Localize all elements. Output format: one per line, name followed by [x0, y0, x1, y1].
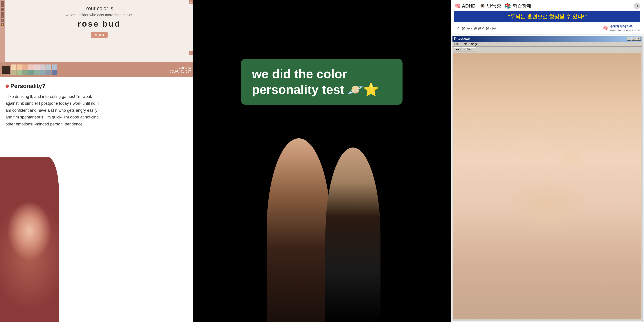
color-name: rose bud [78, 19, 121, 28]
window-toolbar: ⊕▾ ✓ Auto... [452, 47, 642, 52]
face-left-render [0, 157, 59, 322]
learning-icon: 📚 [505, 3, 511, 9]
learning-label: 학습장애 [512, 3, 532, 9]
adhd-icon: 🧠 [454, 3, 461, 9]
swatch[interactable] [28, 70, 34, 75]
close-button[interactable]: ✕ [636, 37, 641, 40]
swatch[interactable] [28, 64, 34, 70]
active-color-swatch[interactable] [2, 66, 10, 74]
color-palette [11, 64, 57, 75]
speech-bubble: we did the color personality test 🪐⭐ [241, 59, 402, 105]
person-face-right [453, 53, 642, 320]
left-panel: ↕ ✏ □ ◇ T 🔍 ✋ ▲ ▼ Your color is A core i… [0, 0, 193, 322]
swatch[interactable] [22, 64, 28, 70]
ad-url: www.brainscience.co.kr [610, 29, 640, 32]
info-icon[interactable]: ℹ [634, 3, 640, 9]
brain-logo-icon: 🧠 [603, 26, 608, 31]
ad-tag-learning: 📚 학습장애 [505, 3, 532, 9]
scroll-down[interactable]: ▼ [189, 51, 193, 55]
personality-title: Personality? [6, 83, 187, 90]
zoom-tool[interactable]: ⊕▾ [454, 48, 461, 52]
dyslexia-icon: 👁️ [479, 3, 486, 9]
tool-icon-3[interactable]: □ [1, 8, 4, 11]
color-result-label: Your color is [85, 6, 113, 12]
swatch[interactable] [40, 64, 46, 70]
window-canvas[interactable] [453, 53, 642, 320]
tool-icon-2[interactable]: ✏ [1, 4, 4, 7]
person-left [267, 138, 331, 322]
ad-subtitle: 비약물 두뇌훈련 전문기관 [454, 26, 497, 31]
menu-file[interactable]: File [454, 42, 459, 46]
swatch[interactable] [52, 64, 57, 70]
person-right [326, 148, 380, 322]
right-panel: ℹ 🧠 ADHD 👁️ 난독증 📚 학습장애 "두뇌는 훈련으로 향상될 수 있… [451, 0, 644, 322]
ad-blue-banner[interactable]: "두뇌는 훈련으로 향상될 수 있다!" [454, 11, 640, 22]
color-test-content: Your color is A core insider who acts mo… [6, 4, 193, 40]
ad-logo: 🧠 수인재두뇌과학 www.brainscience.co.kr [603, 24, 640, 32]
color-result-subtitle: A core insider who acts more than thinks [66, 13, 132, 17]
swatch[interactable] [34, 64, 40, 70]
personality-section: Personality? I like drinking ll, and int… [0, 77, 193, 322]
maximize-button[interactable]: □ [632, 37, 636, 40]
tool-icon-5[interactable]: T [1, 16, 4, 18]
auto-tool[interactable]: ✓ Auto... [462, 48, 476, 52]
adhd-label: ADHD [462, 3, 476, 9]
face-right-render [472, 93, 623, 280]
menu-edit[interactable]: Edit [462, 42, 467, 46]
color-test-result: ↕ ✏ □ ◇ T 🔍 ✋ ▲ ▼ Your color is A core i… [0, 0, 193, 62]
person-face-left [0, 157, 59, 322]
color-code: COLOR 01-297 [170, 70, 191, 73]
swatch[interactable] [34, 70, 40, 75]
ad-tags-row: 🧠 ADHD 👁️ 난독증 📚 학습장애 [454, 3, 640, 9]
swatch[interactable] [52, 70, 57, 75]
personality-title-text: Personality? [10, 83, 46, 90]
center-panel: we did the color personality test 🪐⭐ [193, 0, 451, 322]
window-menubar: File Edit Image L... [452, 42, 642, 47]
swatch[interactable] [46, 64, 52, 70]
k-test-window: K-test.exe — □ ✕ File Edit Image L... ⊕▾… [452, 35, 642, 320]
tool-icon-7[interactable]: ✋ [1, 23, 4, 26]
swatch[interactable] [11, 70, 16, 75]
speech-bubble-text: we did the color personality test 🪐⭐ [252, 66, 392, 97]
personality-text-area: Personality? I like drinking ll, and int… [0, 77, 193, 131]
tool-icon-4[interactable]: ◇ [1, 12, 4, 15]
personality-description: I like drinking ll, and interesting game… [6, 93, 101, 128]
window-controls: — □ ✕ [627, 37, 641, 40]
swatch[interactable] [16, 70, 22, 75]
hex-value: #d8927a [170, 66, 191, 70]
tool-icon-1[interactable]: ↕ [1, 1, 4, 4]
swatch[interactable] [22, 70, 28, 75]
swatch[interactable] [16, 64, 22, 70]
window-title: K-test.exe [454, 37, 470, 40]
ad-tag-adhd: 🧠 ADHD [454, 3, 476, 9]
personality-dot [6, 84, 9, 88]
couple-image [248, 102, 395, 322]
menu-more[interactable]: L... [481, 42, 485, 46]
color-hex-info: #d8927a COLOR 01-297 [170, 66, 191, 73]
ad-banner: 🧠 ADHD 👁️ 난독증 📚 학습장애 "두뇌는 훈련으로 향상될 수 있다!… [451, 0, 644, 34]
swatch[interactable] [11, 64, 16, 70]
scroll-up[interactable]: ▲ [189, 0, 193, 4]
tool-icon-6[interactable]: 🔍 [1, 19, 4, 22]
minimize-button[interactable]: — [627, 37, 631, 40]
menu-image[interactable]: Image [470, 42, 478, 46]
window-titlebar: K-test.exe — □ ✕ [452, 36, 642, 42]
ad-bottom-row: 비약물 두뇌훈련 전문기관 🧠 수인재두뇌과학 www.brainscience… [454, 24, 640, 32]
dyslexia-label: 난독증 [487, 3, 501, 9]
app-toolbar: ↕ ✏ □ ◇ T 🔍 ✋ [0, 0, 5, 62]
ad-tag-dyslexia: 👁️ 난독증 [479, 3, 501, 9]
ad-company-name[interactable]: 수인재두뇌과학 [610, 24, 640, 29]
ad-main-text: "두뇌는 훈련으로 향상될 수 있다!" [458, 13, 637, 20]
swatch[interactable] [46, 70, 52, 75]
k-test-badge[interactable]: #k_test [91, 32, 108, 38]
color-swatches-row: #d8927a COLOR 01-297 [0, 62, 193, 77]
swatch[interactable] [40, 70, 46, 75]
